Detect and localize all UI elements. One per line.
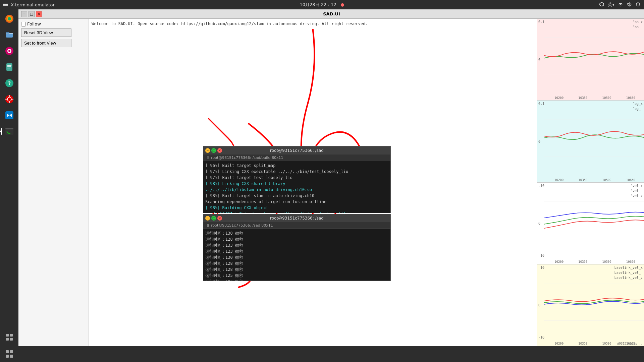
graph-bg: 'bg_x'bg_ 0.1 0 10200 10350 10500 10650 — [537, 101, 644, 182]
terminal-line: [ 98%] Building CXX object src/ch10/CMak… — [205, 205, 388, 213]
terminal-2-titlebar: ─ □ ✕ root@93151c775366: /sad — [203, 214, 390, 222]
taskbar-right: 英▾ — [599, 2, 644, 8]
taskbar-apps-icon[interactable] — [3, 347, 16, 361]
terminal-2-minimize[interactable]: ─ — [205, 216, 210, 221]
terminal-window-2: ─ □ ✕ root@93151c775366: /sad ⊞ root@931… — [203, 214, 391, 281]
sad-content: Follow Reset 3D View Set to front View W… — [18, 19, 644, 346]
terminal-line: [ 97%] Built target test_loosely_lio — [205, 175, 388, 181]
left-panel: Follow Reset 3D View Set to front View — [18, 19, 89, 346]
terminal-1-maximize[interactable]: □ — [211, 148, 216, 153]
terminal-2-close[interactable]: ✕ — [217, 216, 222, 221]
terminal-line: 运行时间：106 微秒 — [205, 279, 388, 281]
sidebar-item-gedit[interactable] — [2, 60, 17, 74]
sad-titlebar: ─ □ ✕ SAD.UI — [18, 9, 644, 19]
graph-bg-x3: 10500 — [602, 178, 611, 182]
sidebar-item-firefox[interactable] — [2, 11, 17, 26]
svg-text:?: ? — [8, 80, 10, 86]
svg-rect-27 — [8, 133, 10, 134]
sad-window: ─ □ ✕ SAD.UI Follow Reset 3D View Set to… — [18, 9, 644, 346]
sidebar-item-apps[interactable] — [2, 330, 17, 345]
svg-rect-26 — [5, 128, 13, 129]
graph-bg-y-center: 0 — [538, 139, 540, 143]
terminal-1-subtitle: root@93151c775366: /sad/build 80x11 — [211, 156, 283, 160]
sidebar-item-rosnode[interactable] — [2, 92, 17, 107]
terminal-1-subbar: ⊞ root@93151c775366: /sad/build 80x11 — [203, 155, 390, 161]
titlebar-minimize[interactable]: ─ — [21, 11, 27, 17]
sidebar-item-vscode[interactable] — [2, 108, 17, 123]
graph-vel: 'vel_x'vel_'vel_z -10 0 -10 10200 10350 … — [537, 183, 644, 264]
right-panel: 'ba_x'ba_ 0.1 0 10200 10350 10500 10650 — [537, 19, 644, 346]
sidebar-item-help[interactable]: ? — [2, 76, 17, 90]
power-icon[interactable] — [635, 2, 641, 8]
svg-rect-13 — [7, 65, 11, 66]
follow-label[interactable]: Follow — [27, 21, 41, 26]
terminal-line: 运行时间：128 微秒 — [205, 266, 388, 273]
svg-rect-0 — [3, 3, 8, 3]
terminal-1-grid-icon: ⊞ — [205, 156, 211, 160]
taskbar-left: X-terminal-emulator — [0, 2, 55, 8]
terminal-2-maximize[interactable]: □ — [211, 216, 216, 221]
svg-rect-2 — [3, 5, 8, 6]
sidebar-item-files[interactable] — [2, 27, 17, 42]
reset-3d-view-button[interactable]: Reset 3D View — [21, 28, 71, 37]
graph-ba-x1: 10200 — [554, 96, 564, 100]
svg-rect-1 — [3, 4, 8, 5]
sad-window-title: SAD.UI — [42, 11, 621, 16]
terminal-2-grid-icon: ⊞ — [205, 223, 211, 228]
graph-bg-x2: 10350 — [578, 178, 587, 182]
titlebar-buttons: ─ □ ✕ — [21, 11, 42, 17]
svg-rect-29 — [10, 334, 13, 337]
terminal-2-body[interactable]: 运行时间：130 微秒运行时间：128 微秒运行时间：133 微秒运行时间：12… — [203, 229, 390, 281]
terminal-2-buttons: ─ □ ✕ — [205, 216, 222, 221]
taskbar-app-name[interactable]: X-terminal-emulator — [11, 2, 55, 7]
terminal-line: [ 97%] Linking CXX executable ../../../b… — [205, 169, 388, 175]
svg-rect-50 — [6, 350, 9, 353]
terminal-line: [ 98%] Linking CXX shared library ../../… — [205, 181, 388, 193]
terminal-line: 运行时间：133 微秒 — [205, 242, 388, 248]
wifi-icon[interactable] — [618, 2, 623, 8]
taskbar-center: 10月28日 22：12 ● — [300, 2, 344, 8]
terminal-line: 运行时间：128 微秒 — [205, 260, 388, 266]
terminal-window-1: ─ □ ✕ root@93151c775366: /sad ⊞ root@931… — [203, 146, 391, 213]
volume-icon[interactable] — [627, 2, 632, 8]
terminal-2-subtitle: root@93151c775366: /sad 80x11 — [211, 223, 273, 228]
terminal-line: [ 96%] Built target split_map — [205, 163, 388, 169]
graph-bg-x4: 10650 — [626, 178, 635, 182]
sidebar-item-rhythmbox[interactable] — [2, 44, 17, 58]
svg-rect-28 — [6, 334, 9, 337]
active-dot — [0, 131, 2, 132]
welcome-text: Welcome to SAD.UI. Open source code: htt… — [92, 21, 368, 26]
app-menu-label[interactable] — [3, 2, 8, 8]
taskbar-datetime: 10月28日 22：12 — [300, 2, 336, 7]
follow-checkbox[interactable] — [21, 22, 26, 26]
set-front-view-button[interactable]: Set to front View — [21, 39, 71, 47]
sidebar: ? — [0, 9, 18, 346]
svg-rect-8 — [6, 32, 9, 34]
terminal-1-close[interactable]: ✕ — [217, 148, 222, 153]
network-icon[interactable] — [599, 2, 604, 8]
graph-ba-x2: 10350 — [578, 96, 587, 100]
taskbar-top: X-terminal-emulator 10月28日 22：12 ● 英▾ — [0, 0, 644, 9]
sidebar-item-terminal[interactable] — [2, 124, 17, 139]
terminal-line: Scanning dependencies of target run_fusi… — [205, 199, 388, 205]
svg-point-11 — [8, 50, 10, 52]
terminal-1-body[interactable]: [ 96%] Built target split_map[ 97%] Link… — [203, 161, 390, 213]
graph-vel-x2: 10350 — [578, 260, 587, 263]
titlebar-maximize[interactable]: □ — [29, 11, 35, 17]
terminal-1-minimize[interactable]: ─ — [205, 148, 210, 153]
terminal-1-buttons: ─ □ ✕ — [205, 148, 222, 153]
terminal-line: [ 98%] Built target slam_in_auto_driving… — [205, 193, 388, 199]
terminal-1-titlebar: ─ □ ✕ root@93151c775366: /sad — [203, 146, 390, 155]
terminal-2-title: root@93151c775366: /sad — [222, 216, 372, 221]
svg-rect-53 — [10, 355, 13, 358]
graph-vel-x3: 10500 — [602, 260, 611, 263]
terminal-line: 运行时间：130 微秒 — [205, 230, 388, 236]
graph-ba-y-center: 0 — [538, 58, 540, 61]
svg-rect-14 — [7, 66, 11, 67]
graph-baselink-vel: baselink_vel_xbaselink_vel_baselink_vel_… — [537, 264, 644, 346]
lang-indicator[interactable]: 英▾ — [608, 2, 614, 8]
graph-ba-x4: 10650 — [626, 96, 635, 100]
graph-vel-y-center: 0 — [538, 222, 540, 225]
titlebar-close[interactable]: ✕ — [36, 11, 42, 17]
terminal-2-subbar: ⊞ root@93151c775366: /sad 80x11 — [203, 222, 390, 229]
